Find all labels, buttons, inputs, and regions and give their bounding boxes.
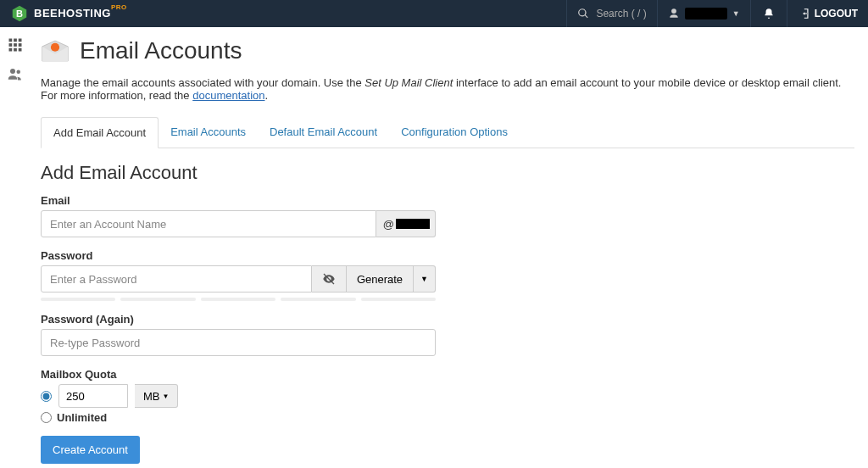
logout-icon [799, 8, 811, 20]
topbar: B BEEHOSTINGPRO Search ( / ) ▼ LOGOUT [0, 0, 868, 27]
users-icon[interactable] [8, 66, 23, 81]
password-strength-meter [41, 298, 436, 301]
page-title: Email Accounts [80, 37, 242, 64]
password-field-row: Password Generate ▼ [41, 249, 854, 301]
password-input[interactable] [41, 265, 312, 292]
svg-rect-7 [19, 43, 22, 47]
apps-grid-icon[interactable] [8, 37, 23, 53]
quota-value-input[interactable] [58, 384, 128, 408]
password-again-label: Password (Again) [41, 313, 854, 326]
username-redacted [685, 8, 727, 20]
quota-unlimited-radio[interactable] [41, 412, 52, 423]
svg-text:B: B [16, 8, 23, 19]
user-icon [668, 8, 680, 20]
chevron-down-icon: ▼ [732, 9, 740, 18]
svg-point-15 [51, 43, 59, 52]
tab-add-email-account[interactable]: Add Email Account [41, 117, 159, 148]
bell-icon [763, 8, 775, 20]
tab-default-email-account[interactable]: Default Email Account [258, 117, 389, 148]
create-account-button[interactable]: Create Account [41, 436, 140, 464]
search-group[interactable]: Search ( / ) [566, 0, 657, 27]
domain-append: @ [376, 210, 436, 237]
generate-password-button[interactable]: Generate [347, 265, 414, 292]
page-header: Email Accounts [41, 37, 854, 64]
intro-text: Manage the email accounts associated wit… [41, 76, 854, 102]
logout-button[interactable]: LOGOUT [787, 8, 858, 20]
brand[interactable]: B BEEHOSTINGPRO [10, 4, 127, 23]
toggle-password-visibility-button[interactable] [312, 265, 347, 292]
notifications[interactable] [751, 0, 787, 27]
svg-rect-6 [14, 43, 17, 47]
email-field-row: Email @ [41, 194, 854, 237]
search-placeholder: Search ( / ) [596, 8, 646, 20]
tab-email-accounts[interactable]: Email Accounts [159, 117, 258, 148]
password-label: Password [41, 249, 854, 262]
caret-down-icon: ▼ [163, 393, 170, 400]
generate-options-button[interactable]: ▼ [414, 265, 436, 292]
email-accounts-icon [41, 39, 70, 63]
svg-rect-4 [19, 39, 22, 42]
section-title: Add Email Account [41, 162, 854, 184]
quota-unit-button[interactable]: MB ▼ [135, 384, 178, 408]
svg-rect-3 [14, 39, 17, 42]
mailbox-quota-label: Mailbox Quota [41, 368, 854, 381]
tab-configuration-options[interactable]: Configuration Options [389, 117, 520, 148]
svg-rect-10 [19, 48, 22, 52]
password-again-input[interactable] [41, 329, 436, 356]
caret-down-icon: ▼ [420, 275, 428, 283]
side-rail [0, 27, 31, 468]
documentation-link[interactable]: documentation [192, 89, 264, 102]
brand-text: BEEHOSTINGPRO [34, 7, 127, 20]
svg-rect-2 [9, 39, 13, 42]
email-input[interactable] [41, 210, 376, 237]
svg-point-11 [10, 69, 15, 74]
domain-redacted [396, 219, 430, 229]
brand-hex-icon: B [10, 4, 29, 23]
main-content: Email Accounts Manage the email accounts… [31, 27, 868, 468]
svg-rect-5 [9, 43, 13, 47]
search-icon [577, 8, 589, 20]
quota-custom-radio[interactable] [41, 391, 52, 402]
tabs: Add Email Account Email Accounts Default… [41, 117, 854, 148]
svg-rect-9 [14, 48, 17, 52]
password-again-field-row: Password (Again) [41, 313, 854, 356]
user-menu[interactable]: ▼ [658, 0, 751, 27]
email-label: Email [41, 194, 854, 207]
unlimited-label: Unlimited [57, 411, 107, 424]
svg-point-12 [17, 70, 21, 75]
eye-off-icon [322, 272, 336, 286]
svg-rect-8 [9, 48, 13, 52]
mailbox-quota-group: Mailbox Quota MB ▼ Unlimited [41, 368, 854, 424]
